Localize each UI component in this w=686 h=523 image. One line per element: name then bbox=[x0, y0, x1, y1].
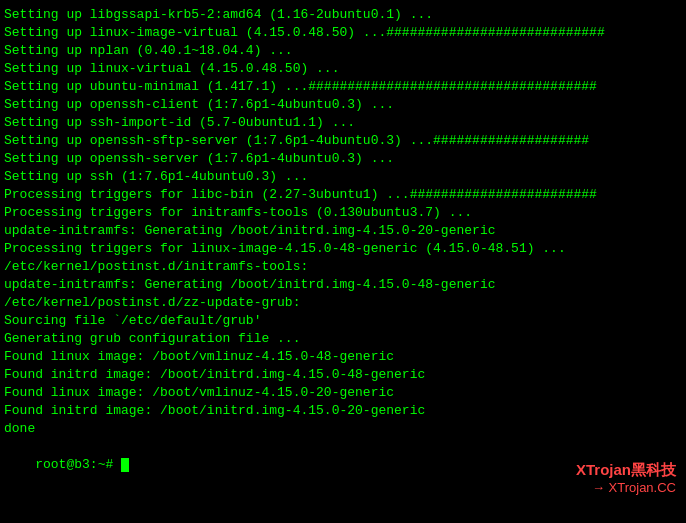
terminal-line: update-initramfs: Generating /boot/initr… bbox=[4, 222, 682, 240]
terminal-line: /etc/kernel/postinst.d/zz-update-grub: bbox=[4, 294, 682, 312]
terminal-line: Found initrd image: /boot/initrd.img-4.1… bbox=[4, 402, 682, 420]
terminal-line: Processing triggers for initramfs-tools … bbox=[4, 204, 682, 222]
terminal-line: Setting up nplan (0.40.1~18.04.4) ... bbox=[4, 42, 682, 60]
terminal-line: done bbox=[4, 420, 682, 438]
terminal-line: Setting up ssh (1:7.6p1-4ubuntu0.3) ... bbox=[4, 168, 682, 186]
terminal-line: Setting up openssh-sftp-server (1:7.6p1-… bbox=[4, 132, 682, 150]
terminal-line: Found initrd image: /boot/initrd.img-4.1… bbox=[4, 366, 682, 384]
terminal-line: Found linux image: /boot/vmlinuz-4.15.0-… bbox=[4, 348, 682, 366]
terminal-line: Generating grub configuration file ... bbox=[4, 330, 682, 348]
terminal-line: Setting up openssh-server (1:7.6p1-4ubun… bbox=[4, 150, 682, 168]
terminal-line: Processing triggers for libc-bin (2.27-3… bbox=[4, 186, 682, 204]
terminal-line: Sourcing file `/etc/default/grub' bbox=[4, 312, 682, 330]
terminal-line: Setting up ubuntu-minimal (1.417.1) ...#… bbox=[4, 78, 682, 96]
terminal-line: Setting up linux-image-virtual (4.15.0.4… bbox=[4, 24, 682, 42]
terminal-line: Setting up ssh-import-id (5.7-0ubuntu1.1… bbox=[4, 114, 682, 132]
terminal-line: /etc/kernel/postinst.d/initramfs-tools: bbox=[4, 258, 682, 276]
terminal-line: Setting up openssh-client (1:7.6p1-4ubun… bbox=[4, 96, 682, 114]
terminal-line: Found linux image: /boot/vmlinuz-4.15.0-… bbox=[4, 384, 682, 402]
terminal-prompt-line[interactable]: root@b3:~# bbox=[4, 438, 682, 492]
terminal: Setting up libgssapi-krb5-2:amd64 (1.16-… bbox=[0, 0, 686, 523]
terminal-line: Setting up libgssapi-krb5-2:amd64 (1.16-… bbox=[4, 6, 682, 24]
terminal-cursor bbox=[121, 458, 129, 472]
terminal-line: Setting up linux-virtual (4.15.0.48.50) … bbox=[4, 60, 682, 78]
terminal-line: update-initramfs: Generating /boot/initr… bbox=[4, 276, 682, 294]
terminal-prompt: root@b3:~# bbox=[35, 457, 121, 472]
terminal-line: Processing triggers for linux-image-4.15… bbox=[4, 240, 682, 258]
